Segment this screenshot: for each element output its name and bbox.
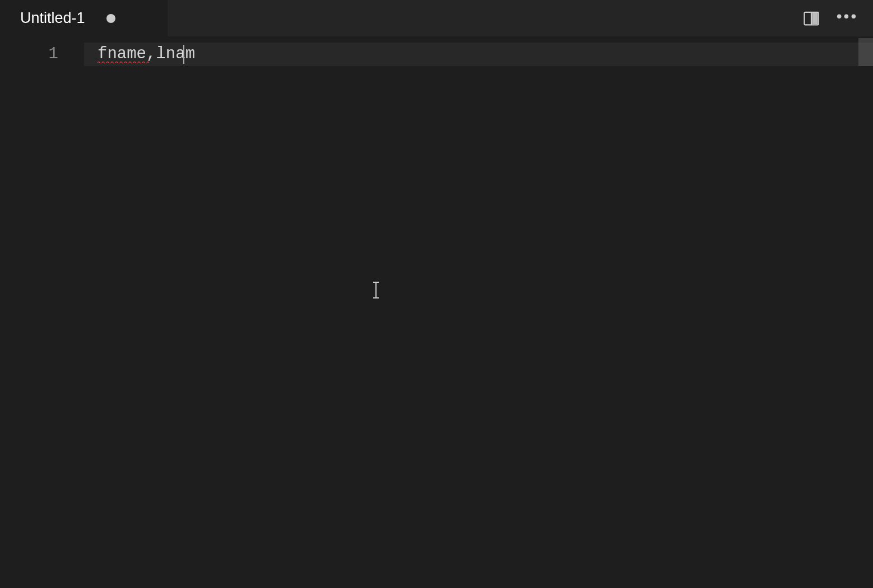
tab-bar-spacer bbox=[168, 0, 786, 36]
editor-tab[interactable]: Untitled-1 bbox=[0, 0, 168, 36]
vertical-scrollbar[interactable] bbox=[858, 38, 873, 588]
editor-area[interactable]: 1 fname,lnam bbox=[0, 37, 873, 588]
code-line[interactable]: fname,lnam bbox=[84, 43, 873, 66]
scrollbar-thumb[interactable] bbox=[858, 38, 873, 66]
split-editor-icon[interactable] bbox=[801, 8, 821, 29]
error-squiggly-icon bbox=[97, 61, 149, 63]
svg-rect-2 bbox=[812, 13, 818, 24]
code-content[interactable]: fname,lnam bbox=[84, 37, 873, 588]
line-number-gutter: 1 bbox=[0, 37, 84, 588]
tab-label: Untitled-1 bbox=[20, 10, 85, 27]
tab-bar: Untitled-1 ••• bbox=[0, 0, 873, 37]
tab-actions: ••• bbox=[786, 0, 873, 36]
i-beam-cursor-icon bbox=[375, 282, 377, 298]
unsaved-dot-icon[interactable] bbox=[106, 14, 115, 23]
text-caret bbox=[183, 45, 184, 64]
more-actions-icon[interactable]: ••• bbox=[837, 8, 857, 29]
line-number: 1 bbox=[0, 43, 84, 66]
